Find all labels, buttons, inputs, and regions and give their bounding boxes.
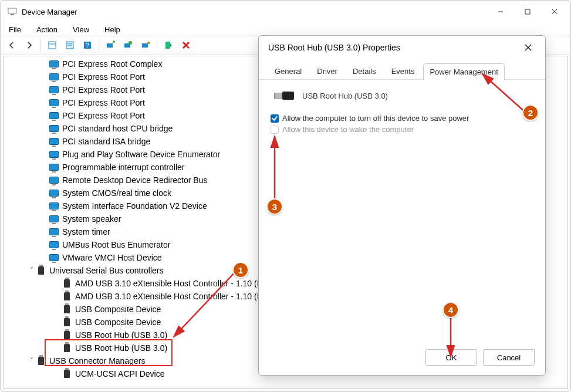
- scan-button[interactable]: [103, 38, 118, 52]
- annotation-badge-1: 1: [232, 262, 249, 278]
- tree-item-label: Universal Serial Bus controllers: [49, 266, 164, 275]
- tree-item-label: AMD USB 3.10 eXtensible Host Controller …: [75, 292, 269, 301]
- annotation-badge-4: 4: [442, 302, 459, 318]
- device-icon: [49, 163, 59, 172]
- update-driver-button[interactable]: [120, 38, 136, 52]
- tree-item-label: System CMOS/real time clock: [62, 188, 171, 198]
- tree-item-label: PCI standard host CPU bridge: [62, 124, 173, 133]
- dialog-title: USB Root Hub (USB 3.0) Properties: [268, 43, 517, 52]
- tab-details[interactable]: Details: [346, 63, 383, 79]
- svg-rect-1: [11, 14, 14, 15]
- menu-view[interactable]: View: [69, 24, 93, 35]
- menubar: File Action View Help: [1, 23, 570, 36]
- tree-item-label: Remote Desktop Device Redirector Bus: [62, 175, 207, 185]
- properties-dialog: USB Root Hub (USB 3.0) Properties Genera…: [258, 35, 546, 376]
- device-icon: [49, 227, 59, 236]
- tab-driver[interactable]: Driver: [310, 63, 344, 79]
- allow-turn-off-checkbox[interactable]: [271, 114, 279, 123]
- device-icon: [62, 305, 72, 314]
- forward-button[interactable]: [22, 38, 37, 52]
- properties-button[interactable]: [62, 38, 77, 52]
- expander-icon[interactable]: ˅: [27, 266, 36, 275]
- tree-item-label: Programmable interrupt controller: [62, 163, 185, 172]
- device-name: USB Root Hub (USB 3.0): [302, 92, 388, 100]
- device-header: USB Root Hub (USB 3.0): [271, 88, 533, 111]
- device-icon: [49, 98, 59, 107]
- maximize-button[interactable]: [514, 2, 541, 21]
- tab-power-management[interactable]: Power Management: [423, 63, 504, 80]
- allow-turn-off-label: Allow the computer to turn off this devi…: [282, 114, 469, 123]
- device-icon: [62, 369, 72, 379]
- help-button[interactable]: ?: [80, 38, 95, 52]
- tab-general[interactable]: General: [268, 63, 308, 79]
- svg-rect-6: [49, 42, 56, 49]
- allow-wake-label: Allow this device to wake the computer: [282, 125, 414, 134]
- tree-item-label: USB Composite Device: [75, 317, 161, 327]
- tree-item-label: UMBus Root Bus Enumerator: [62, 240, 170, 249]
- device-icon: [49, 124, 59, 133]
- allow-wake-checkbox: [271, 126, 279, 134]
- tree-item-label: System speaker: [62, 214, 121, 224]
- show-hide-tree-button[interactable]: [45, 38, 60, 52]
- tab-events[interactable]: Events: [385, 63, 421, 79]
- svg-rect-3: [525, 9, 530, 14]
- tree-item-label: PCI standard ISA bridge: [62, 137, 150, 146]
- device-icon: [36, 356, 46, 366]
- tree-item-label: VMware VMCI Host Device: [62, 253, 162, 262]
- device-icon: [49, 72, 59, 82]
- device-icon: [49, 214, 59, 224]
- tree-item-label: USB Root Hub (USB 3.0): [75, 343, 167, 353]
- menu-action[interactable]: Action: [33, 24, 61, 35]
- usb-plug-icon: [274, 90, 295, 101]
- device-icon: [62, 279, 72, 288]
- ok-button[interactable]: OK: [425, 349, 477, 366]
- annotation-badge-3: 3: [266, 198, 283, 215]
- menu-help[interactable]: Help: [101, 24, 124, 35]
- titlebar: Device Manager: [1, 1, 570, 23]
- svg-rect-0: [8, 8, 16, 13]
- tree-item-label: USB Connector Managers: [49, 356, 145, 366]
- tree-item-label: USB Composite Device: [75, 305, 161, 314]
- cancel-button[interactable]: Cancel: [483, 349, 535, 366]
- device-icon: [49, 188, 59, 198]
- tree-item-label: System Interface Foundation V2 Device: [62, 201, 207, 211]
- annotation-badge-2: 2: [522, 104, 539, 121]
- svg-rect-16: [142, 43, 148, 48]
- device-icon: [49, 240, 59, 249]
- uninstall-device-button[interactable]: [178, 38, 194, 52]
- device-icon: [49, 137, 59, 146]
- device-icon: [49, 175, 59, 185]
- allow-turn-off-row[interactable]: Allow the computer to turn off this devi…: [271, 114, 533, 123]
- dialog-close-button[interactable]: [517, 39, 539, 56]
- tree-item-label: PCI Express Root Port: [62, 72, 145, 82]
- tree-item-label: Plug and Play Software Device Enumerator: [62, 150, 220, 159]
- expander-icon[interactable]: ˅: [27, 357, 36, 365]
- tree-item-label: UCM-UCSI ACPI Device: [75, 369, 164, 379]
- add-driver-button[interactable]: [138, 38, 153, 52]
- device-icon: [49, 59, 59, 69]
- device-icon: [62, 317, 72, 327]
- dialog-tabs: General Driver Details Events Power Mana…: [259, 59, 545, 80]
- close-button[interactable]: [541, 2, 568, 21]
- device-icon: [36, 266, 46, 275]
- svg-point-15: [129, 41, 132, 45]
- allow-wake-row: Allow this device to wake the computer: [271, 125, 533, 134]
- device-icon: [49, 111, 59, 120]
- tree-item-label: USB Root Hub (USB 3.0): [75, 330, 167, 340]
- back-button[interactable]: [4, 38, 19, 52]
- enable-device-button[interactable]: [161, 38, 176, 52]
- device-icon: [62, 343, 72, 353]
- device-icon: [49, 150, 59, 159]
- device-icon: [62, 330, 72, 340]
- svg-rect-17: [147, 42, 150, 44]
- app-icon: [8, 7, 17, 16]
- device-icon: [49, 253, 59, 262]
- dialog-titlebar: USB Root Hub (USB 3.0) Properties: [259, 36, 545, 59]
- menu-file[interactable]: File: [5, 24, 25, 35]
- tree-item-label: PCI Express Root Port: [62, 98, 145, 107]
- minimize-button[interactable]: [487, 2, 514, 21]
- device-icon: [49, 85, 59, 94]
- device-icon: [62, 292, 72, 301]
- device-icon: [49, 201, 59, 211]
- svg-rect-18: [165, 42, 170, 49]
